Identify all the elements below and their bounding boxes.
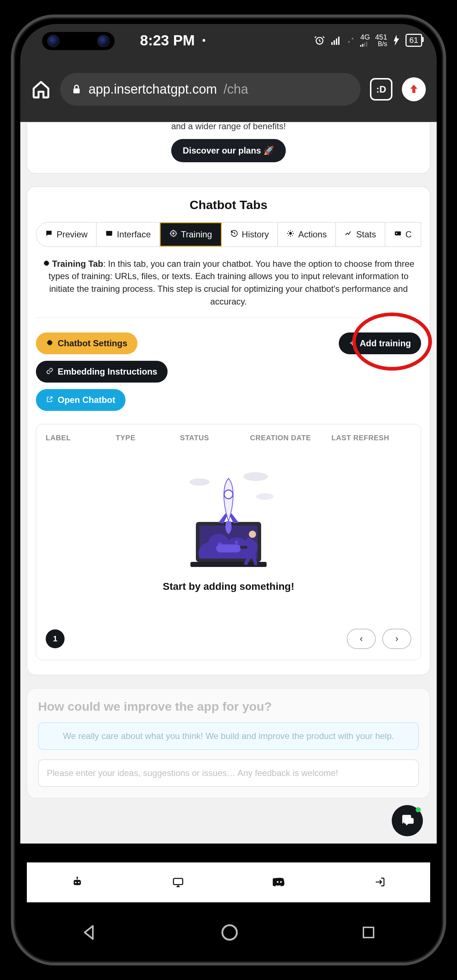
clock: 8:23 PM <box>140 32 195 49</box>
discover-plans-button[interactable]: Discover our plans 🚀 <box>171 139 286 162</box>
home-button[interactable] <box>219 921 240 943</box>
address-bar[interactable]: app.insertchatgpt.com/cha <box>60 73 360 106</box>
chevron-left-icon: ‹ <box>360 633 363 644</box>
tab-actions[interactable]: Actions <box>278 223 336 247</box>
front-camera-left <box>47 35 59 47</box>
button-label: Embedding Instructions <box>58 367 157 377</box>
svg-point-35 <box>76 877 78 878</box>
tab-label: Training <box>181 229 212 240</box>
embedding-instructions-button[interactable]: Embedding Instructions <box>36 361 168 383</box>
page-number[interactable]: 1 <box>46 629 65 648</box>
android-nav-bar <box>20 909 437 956</box>
svg-rect-36 <box>173 878 183 885</box>
svg-point-19 <box>189 478 209 486</box>
svg-rect-6 <box>362 44 363 47</box>
svg-rect-1 <box>332 42 333 45</box>
svg-point-29 <box>249 531 256 538</box>
statusbar: 8:23 PM • 4G 451 <box>20 24 437 57</box>
logout-icon[interactable] <box>374 876 386 889</box>
training-table-panel: LABEL TYPE STATUS CREATION DATE LAST REF… <box>36 424 421 660</box>
tab-label: Interface <box>117 229 151 240</box>
tabs-button[interactable]: :D <box>370 78 392 100</box>
tab-label: Stats <box>356 229 376 240</box>
button-label: Add training <box>360 338 411 348</box>
separator-dot: • <box>202 35 206 46</box>
chatbot-tabs-card: Chatbot Tabs Preview Interface Training <box>27 186 430 675</box>
svg-point-27 <box>224 490 233 499</box>
upgrade-text: and a wider range of benefits! <box>38 122 419 132</box>
svg-point-21 <box>256 493 273 500</box>
tab-label: C <box>406 229 412 240</box>
url-path: /cha <box>224 82 248 97</box>
svg-rect-31 <box>74 880 81 885</box>
chevron-right-icon: › <box>395 633 398 644</box>
help-body: : In this tab, you can train your chatbo… <box>49 259 414 306</box>
col-type: TYPE <box>116 434 173 442</box>
svg-point-37 <box>277 881 279 883</box>
signal-icon <box>330 35 341 46</box>
svg-point-32 <box>75 881 76 883</box>
history-icon <box>230 229 238 240</box>
prev-page-button[interactable]: ‹ <box>347 628 376 649</box>
alarm-icon <box>314 35 325 46</box>
chat-bubbles-icon <box>400 812 415 829</box>
button-label: Chatbot Settings <box>58 338 127 348</box>
svg-point-38 <box>280 881 282 883</box>
app-bottom-nav <box>27 862 430 902</box>
chat-fab[interactable] <box>392 805 423 836</box>
discord-icon[interactable] <box>273 875 286 890</box>
back-button[interactable] <box>80 923 99 942</box>
tab-training[interactable]: Training <box>160 223 222 247</box>
next-page-button[interactable]: › <box>382 628 411 649</box>
card-title: Chatbot Tabs <box>36 198 421 212</box>
svg-rect-30 <box>240 546 248 549</box>
card-icon <box>394 229 402 240</box>
monitor-icon[interactable] <box>172 876 184 889</box>
svg-rect-15 <box>395 231 401 235</box>
svg-point-16 <box>396 233 397 234</box>
svg-point-20 <box>243 472 268 481</box>
upgrade-card: and a wider range of benefits! Discover … <box>27 122 430 173</box>
gear-icon <box>170 229 177 240</box>
gear-icon <box>43 259 50 269</box>
open-chatbot-button[interactable]: Open Chatbot <box>36 389 125 411</box>
tab-history[interactable]: History <box>222 223 278 247</box>
external-link-icon <box>46 395 53 405</box>
tab-label: Preview <box>57 229 87 240</box>
tab-more[interactable]: C <box>385 223 421 247</box>
data-rate-value: 451 <box>375 33 387 41</box>
svg-rect-5 <box>360 45 361 46</box>
rocket-laptop-illustration <box>174 464 283 573</box>
actions-icon <box>287 229 295 240</box>
lock-icon <box>71 84 82 95</box>
bot-icon[interactable] <box>71 876 83 889</box>
help-title: Training Tab <box>52 259 103 269</box>
data-rate-unit: B/s <box>378 41 387 47</box>
button-label: Open Chatbot <box>58 395 115 405</box>
svg-rect-40 <box>363 928 374 937</box>
svg-rect-2 <box>334 40 335 45</box>
tab-label: Actions <box>298 229 327 240</box>
chatbot-settings-button[interactable]: Chatbot Settings <box>36 332 138 354</box>
feedback-card: How could we improve the app for you? We… <box>27 688 430 798</box>
home-icon[interactable] <box>31 80 51 99</box>
col-creation-date: CREATION DATE <box>250 434 324 442</box>
url-host: app.insertchatgpt.com <box>89 82 217 97</box>
network-type: 4G <box>360 33 370 41</box>
svg-point-13 <box>172 232 175 234</box>
window-icon <box>105 229 113 240</box>
tab-label: History <box>242 229 269 240</box>
link-icon <box>46 367 53 377</box>
feedback-input[interactable]: Please enter your ideas, suggestions or … <box>38 759 419 787</box>
update-button[interactable] <box>402 77 426 101</box>
svg-rect-12 <box>106 231 113 232</box>
svg-point-39 <box>222 925 237 940</box>
svg-rect-3 <box>336 38 337 45</box>
table-header: LABEL TYPE STATUS CREATION DATE LAST REF… <box>46 434 411 442</box>
recents-button[interactable] <box>360 924 377 941</box>
chat-icon <box>45 229 53 240</box>
tab-preview[interactable]: Preview <box>36 223 97 247</box>
tab-stats[interactable]: Stats <box>336 223 385 247</box>
add-training-button[interactable]: Add training <box>339 332 421 354</box>
tab-interface[interactable]: Interface <box>97 223 160 247</box>
